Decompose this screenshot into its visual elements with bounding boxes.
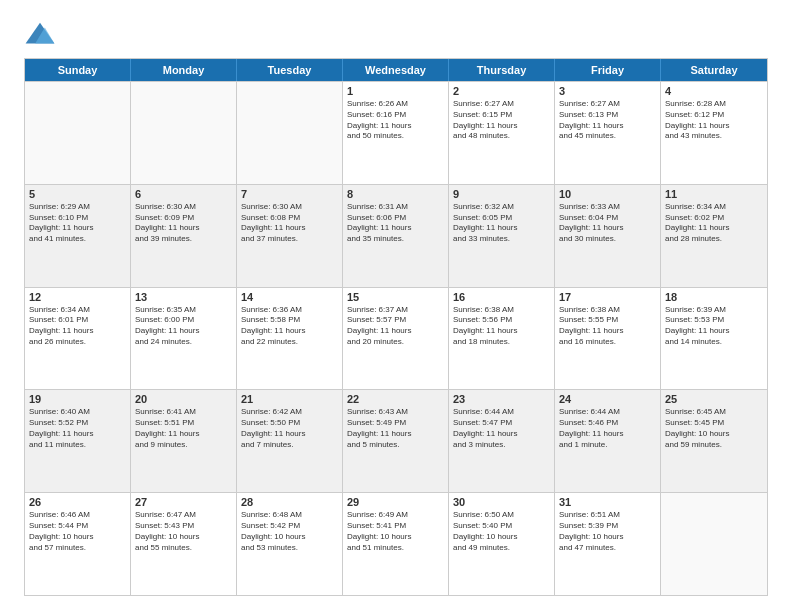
calendar-cell: 17Sunrise: 6:38 AMSunset: 5:55 PMDayligh…: [555, 288, 661, 390]
cell-info: Sunrise: 6:36 AMSunset: 5:58 PMDaylight:…: [241, 305, 338, 348]
calendar-cell: [131, 82, 237, 184]
calendar-cell: 3Sunrise: 6:27 AMSunset: 6:13 PMDaylight…: [555, 82, 661, 184]
cell-info: Sunrise: 6:35 AMSunset: 6:00 PMDaylight:…: [135, 305, 232, 348]
day-number: 28: [241, 496, 338, 508]
calendar-row-3: 19Sunrise: 6:40 AMSunset: 5:52 PMDayligh…: [25, 389, 767, 492]
day-number: 1: [347, 85, 444, 97]
calendar: SundayMondayTuesdayWednesdayThursdayFrid…: [24, 58, 768, 596]
day-number: 5: [29, 188, 126, 200]
day-number: 19: [29, 393, 126, 405]
weekday-header-tuesday: Tuesday: [237, 59, 343, 81]
calendar-cell: 27Sunrise: 6:47 AMSunset: 5:43 PMDayligh…: [131, 493, 237, 595]
cell-info: Sunrise: 6:30 AMSunset: 6:08 PMDaylight:…: [241, 202, 338, 245]
day-number: 8: [347, 188, 444, 200]
day-number: 31: [559, 496, 656, 508]
day-number: 7: [241, 188, 338, 200]
weekday-header-thursday: Thursday: [449, 59, 555, 81]
calendar-row-2: 12Sunrise: 6:34 AMSunset: 6:01 PMDayligh…: [25, 287, 767, 390]
day-number: 10: [559, 188, 656, 200]
calendar-cell: 5Sunrise: 6:29 AMSunset: 6:10 PMDaylight…: [25, 185, 131, 287]
cell-info: Sunrise: 6:30 AMSunset: 6:09 PMDaylight:…: [135, 202, 232, 245]
cell-info: Sunrise: 6:38 AMSunset: 5:56 PMDaylight:…: [453, 305, 550, 348]
calendar-row-0: 1Sunrise: 6:26 AMSunset: 6:16 PMDaylight…: [25, 81, 767, 184]
calendar-cell: 18Sunrise: 6:39 AMSunset: 5:53 PMDayligh…: [661, 288, 767, 390]
cell-info: Sunrise: 6:38 AMSunset: 5:55 PMDaylight:…: [559, 305, 656, 348]
page: SundayMondayTuesdayWednesdayThursdayFrid…: [0, 0, 792, 612]
header: [24, 20, 768, 48]
cell-info: Sunrise: 6:34 AMSunset: 6:02 PMDaylight:…: [665, 202, 763, 245]
cell-info: Sunrise: 6:32 AMSunset: 6:05 PMDaylight:…: [453, 202, 550, 245]
calendar-header: SundayMondayTuesdayWednesdayThursdayFrid…: [25, 59, 767, 81]
cell-info: Sunrise: 6:26 AMSunset: 6:16 PMDaylight:…: [347, 99, 444, 142]
calendar-cell: 25Sunrise: 6:45 AMSunset: 5:45 PMDayligh…: [661, 390, 767, 492]
cell-info: Sunrise: 6:44 AMSunset: 5:46 PMDaylight:…: [559, 407, 656, 450]
calendar-cell: 1Sunrise: 6:26 AMSunset: 6:16 PMDaylight…: [343, 82, 449, 184]
day-number: 11: [665, 188, 763, 200]
weekday-header-wednesday: Wednesday: [343, 59, 449, 81]
calendar-cell: 22Sunrise: 6:43 AMSunset: 5:49 PMDayligh…: [343, 390, 449, 492]
cell-info: Sunrise: 6:42 AMSunset: 5:50 PMDaylight:…: [241, 407, 338, 450]
calendar-cell: 4Sunrise: 6:28 AMSunset: 6:12 PMDaylight…: [661, 82, 767, 184]
calendar-cell: 9Sunrise: 6:32 AMSunset: 6:05 PMDaylight…: [449, 185, 555, 287]
day-number: 4: [665, 85, 763, 97]
calendar-cell: [237, 82, 343, 184]
logo: [24, 20, 60, 48]
weekday-header-sunday: Sunday: [25, 59, 131, 81]
cell-info: Sunrise: 6:45 AMSunset: 5:45 PMDaylight:…: [665, 407, 763, 450]
day-number: 25: [665, 393, 763, 405]
calendar-cell: 8Sunrise: 6:31 AMSunset: 6:06 PMDaylight…: [343, 185, 449, 287]
cell-info: Sunrise: 6:31 AMSunset: 6:06 PMDaylight:…: [347, 202, 444, 245]
cell-info: Sunrise: 6:47 AMSunset: 5:43 PMDaylight:…: [135, 510, 232, 553]
day-number: 18: [665, 291, 763, 303]
calendar-cell: 16Sunrise: 6:38 AMSunset: 5:56 PMDayligh…: [449, 288, 555, 390]
day-number: 20: [135, 393, 232, 405]
day-number: 2: [453, 85, 550, 97]
calendar-cell: 20Sunrise: 6:41 AMSunset: 5:51 PMDayligh…: [131, 390, 237, 492]
weekday-header-saturday: Saturday: [661, 59, 767, 81]
calendar-cell: 6Sunrise: 6:30 AMSunset: 6:09 PMDaylight…: [131, 185, 237, 287]
cell-info: Sunrise: 6:48 AMSunset: 5:42 PMDaylight:…: [241, 510, 338, 553]
calendar-row-4: 26Sunrise: 6:46 AMSunset: 5:44 PMDayligh…: [25, 492, 767, 595]
calendar-cell: 11Sunrise: 6:34 AMSunset: 6:02 PMDayligh…: [661, 185, 767, 287]
calendar-cell: 23Sunrise: 6:44 AMSunset: 5:47 PMDayligh…: [449, 390, 555, 492]
calendar-cell: 28Sunrise: 6:48 AMSunset: 5:42 PMDayligh…: [237, 493, 343, 595]
cell-info: Sunrise: 6:46 AMSunset: 5:44 PMDaylight:…: [29, 510, 126, 553]
calendar-cell: 31Sunrise: 6:51 AMSunset: 5:39 PMDayligh…: [555, 493, 661, 595]
cell-info: Sunrise: 6:28 AMSunset: 6:12 PMDaylight:…: [665, 99, 763, 142]
calendar-cell: 26Sunrise: 6:46 AMSunset: 5:44 PMDayligh…: [25, 493, 131, 595]
calendar-cell: 21Sunrise: 6:42 AMSunset: 5:50 PMDayligh…: [237, 390, 343, 492]
calendar-cell: 13Sunrise: 6:35 AMSunset: 6:00 PMDayligh…: [131, 288, 237, 390]
cell-info: Sunrise: 6:40 AMSunset: 5:52 PMDaylight:…: [29, 407, 126, 450]
cell-info: Sunrise: 6:51 AMSunset: 5:39 PMDaylight:…: [559, 510, 656, 553]
day-number: 26: [29, 496, 126, 508]
calendar-cell: 30Sunrise: 6:50 AMSunset: 5:40 PMDayligh…: [449, 493, 555, 595]
calendar-row-1: 5Sunrise: 6:29 AMSunset: 6:10 PMDaylight…: [25, 184, 767, 287]
day-number: 21: [241, 393, 338, 405]
cell-info: Sunrise: 6:34 AMSunset: 6:01 PMDaylight:…: [29, 305, 126, 348]
calendar-cell: 24Sunrise: 6:44 AMSunset: 5:46 PMDayligh…: [555, 390, 661, 492]
day-number: 3: [559, 85, 656, 97]
calendar-cell: 2Sunrise: 6:27 AMSunset: 6:15 PMDaylight…: [449, 82, 555, 184]
day-number: 6: [135, 188, 232, 200]
calendar-cell: 7Sunrise: 6:30 AMSunset: 6:08 PMDaylight…: [237, 185, 343, 287]
cell-info: Sunrise: 6:33 AMSunset: 6:04 PMDaylight:…: [559, 202, 656, 245]
cell-info: Sunrise: 6:27 AMSunset: 6:13 PMDaylight:…: [559, 99, 656, 142]
cell-info: Sunrise: 6:44 AMSunset: 5:47 PMDaylight:…: [453, 407, 550, 450]
calendar-cell: 14Sunrise: 6:36 AMSunset: 5:58 PMDayligh…: [237, 288, 343, 390]
calendar-cell: 12Sunrise: 6:34 AMSunset: 6:01 PMDayligh…: [25, 288, 131, 390]
cell-info: Sunrise: 6:27 AMSunset: 6:15 PMDaylight:…: [453, 99, 550, 142]
calendar-cell: 29Sunrise: 6:49 AMSunset: 5:41 PMDayligh…: [343, 493, 449, 595]
day-number: 13: [135, 291, 232, 303]
cell-info: Sunrise: 6:37 AMSunset: 5:57 PMDaylight:…: [347, 305, 444, 348]
cell-info: Sunrise: 6:43 AMSunset: 5:49 PMDaylight:…: [347, 407, 444, 450]
calendar-body: 1Sunrise: 6:26 AMSunset: 6:16 PMDaylight…: [25, 81, 767, 595]
day-number: 12: [29, 291, 126, 303]
calendar-cell: 19Sunrise: 6:40 AMSunset: 5:52 PMDayligh…: [25, 390, 131, 492]
day-number: 14: [241, 291, 338, 303]
calendar-cell: [661, 493, 767, 595]
weekday-header-friday: Friday: [555, 59, 661, 81]
cell-info: Sunrise: 6:39 AMSunset: 5:53 PMDaylight:…: [665, 305, 763, 348]
day-number: 29: [347, 496, 444, 508]
day-number: 24: [559, 393, 656, 405]
day-number: 9: [453, 188, 550, 200]
